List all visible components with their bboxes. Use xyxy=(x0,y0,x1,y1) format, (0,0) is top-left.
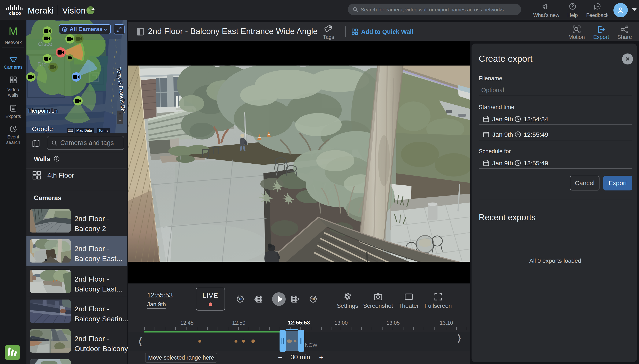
svg-text:NOW: NOW xyxy=(305,342,318,348)
svg-text:10: 10 xyxy=(311,298,315,301)
svg-text:Pierpoint Ln: Pierpoint Ln xyxy=(28,108,58,114)
svg-text:10: 10 xyxy=(238,298,242,301)
svg-text:cisco: cisco xyxy=(9,10,21,15)
